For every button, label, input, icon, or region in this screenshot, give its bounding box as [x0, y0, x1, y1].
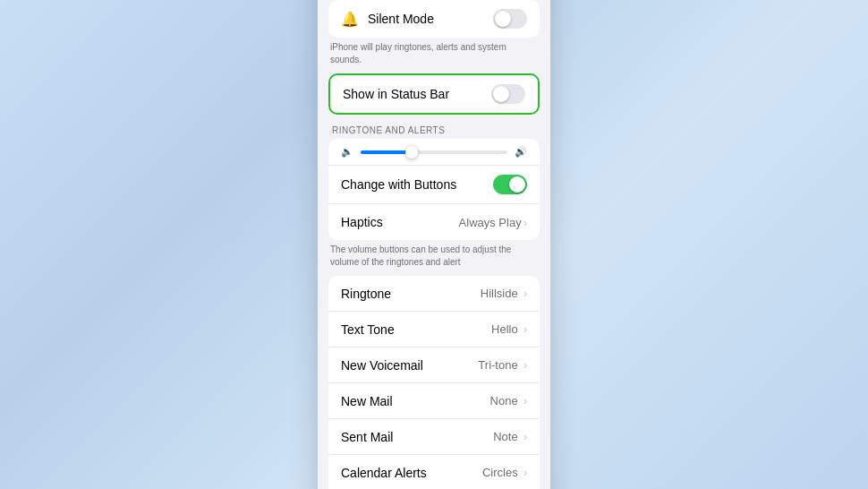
silent-mode-subtext: iPhone will play ringtones, alerts and s…: [318, 38, 550, 73]
sound-chevron-icon: ›: [523, 430, 527, 443]
sound-chevron-icon: ›: [523, 287, 527, 300]
silent-mode-section: SILENT MODE 🔔 Silent Mode iPhone will pl…: [318, 0, 550, 73]
sound-chevron-icon: ›: [523, 394, 527, 408]
ringtone-alerts-label: RINGTONE AND ALERTS: [318, 115, 550, 139]
sound-chevron-icon: ›: [523, 466, 527, 479]
sound-setting-row[interactable]: New Mail None ›: [328, 383, 540, 419]
sound-label: Text Tone: [341, 322, 491, 337]
sound-setting-row[interactable]: Text Tone Hello ›: [328, 312, 540, 347]
ringtone-alerts-card: 🔈 🔊 Change with Buttons Haptics: [328, 139, 540, 240]
status-bar-row: Show in Status Bar: [330, 75, 538, 113]
status-bar-toggle[interactable]: [491, 84, 525, 104]
change-with-buttons-row: Change with Buttons: [328, 166, 540, 204]
volume-slider-row: 🔈 🔊: [328, 139, 540, 166]
sound-value-group: None ›: [490, 394, 527, 408]
sound-chevron-icon: ›: [523, 358, 527, 372]
sound-value-group: Tri-tone ›: [478, 358, 527, 372]
silent-mode-row: 🔔 Silent Mode: [328, 0, 540, 38]
haptics-label: Haptics: [341, 215, 459, 229]
sound-value: Hillside: [481, 287, 518, 300]
ringtone-info-text: The volume buttons can be used to adjust…: [318, 240, 550, 276]
change-with-buttons-toggle[interactable]: [493, 175, 527, 194]
sound-value-group: Note ›: [493, 430, 527, 443]
sound-value: Hello: [491, 322, 518, 336]
sound-setting-row[interactable]: Ringtone Hillside ›: [328, 276, 540, 312]
sound-chevron-icon: ›: [523, 322, 527, 336]
sound-settings-card: Ringtone Hillside › Text Tone Hello › Ne…: [328, 276, 540, 489]
sound-label: Sent Mail: [341, 430, 493, 444]
status-bar-section: Show in Status Bar: [318, 73, 550, 115]
sound-label: Calendar Alerts: [341, 466, 482, 480]
volume-low-icon: 🔈: [341, 146, 353, 158]
sound-setting-row[interactable]: Sent Mail Note ›: [328, 419, 540, 455]
ringtone-alerts-section: RINGTONE AND ALERTS 🔈 🔊 Change with Butt…: [318, 115, 550, 276]
sound-setting-row[interactable]: Calendar Alerts Circles ›: [328, 455, 540, 489]
sound-value: Tri-tone: [478, 358, 517, 372]
silent-mode-toggle[interactable]: [493, 9, 527, 29]
sound-value-group: Circles ›: [482, 466, 527, 479]
status-bar-label: Show in Status Bar: [343, 87, 491, 101]
haptics-row[interactable]: Haptics Always Play ›: [328, 204, 540, 240]
haptics-value-group: Always Play ›: [459, 216, 527, 229]
sound-value: None: [490, 394, 518, 408]
sound-value: Note: [493, 430, 517, 443]
sound-value-group: Hillside ›: [481, 287, 527, 300]
phone-panel: ‹ Settings Sounds & Haptics SILENT MODE …: [318, 0, 550, 489]
volume-slider-fill: [361, 150, 412, 154]
sound-label: New Voicemail: [341, 358, 478, 373]
sound-value: Circles: [482, 466, 518, 479]
volume-slider-track[interactable]: [361, 150, 507, 154]
volume-slider-thumb: [405, 146, 418, 159]
status-bar-card: Show in Status Bar: [328, 73, 540, 115]
sound-setting-row[interactable]: New Voicemail Tri-tone ›: [328, 347, 540, 383]
silent-mode-label: Silent Mode: [368, 12, 493, 26]
haptics-chevron-icon: ›: [523, 216, 527, 229]
sound-label: Ringtone: [341, 287, 481, 301]
change-with-buttons-label: Change with Buttons: [341, 177, 493, 192]
sound-label: New Mail: [341, 394, 490, 408]
sound-settings-section: Ringtone Hillside › Text Tone Hello › Ne…: [318, 276, 550, 489]
bell-icon: 🔔: [341, 11, 359, 28]
haptics-value: Always Play: [459, 216, 522, 229]
sound-value-group: Hello ›: [491, 322, 527, 336]
volume-high-icon: 🔊: [515, 146, 527, 158]
silent-mode-card: 🔔 Silent Mode: [328, 0, 540, 38]
settings-content: SILENT MODE 🔔 Silent Mode iPhone will pl…: [318, 0, 550, 489]
